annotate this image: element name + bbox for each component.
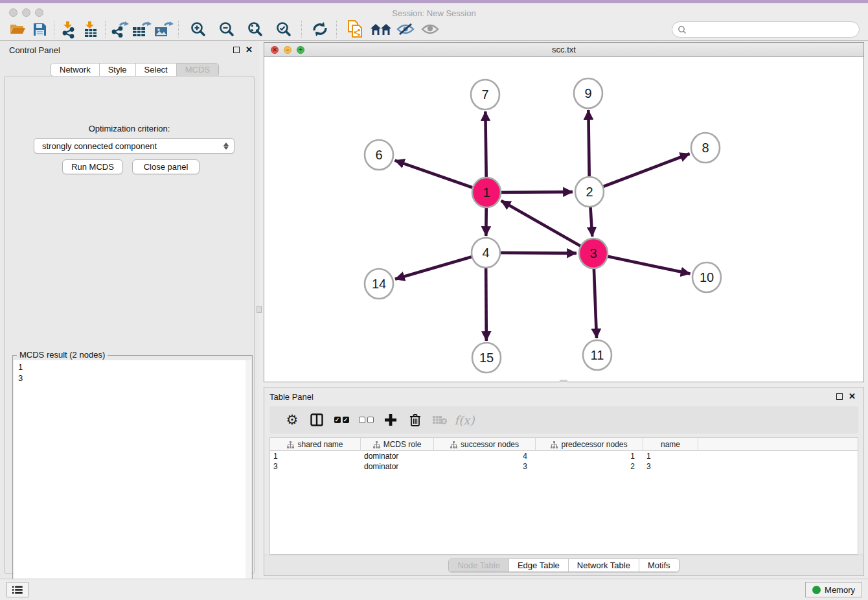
add-icon[interactable] <box>378 409 403 431</box>
tab-edge-table[interactable]: Edge Table <box>508 559 568 571</box>
table-cell[interactable]: dominator <box>361 451 434 461</box>
settings-gear-icon[interactable]: ⚙ <box>280 409 304 431</box>
criterion-dropdown[interactable]: strongly connected component <box>34 138 234 154</box>
columns-icon[interactable] <box>304 409 329 431</box>
table-cell[interactable]: 1 <box>643 451 698 461</box>
column-header-successor-nodes[interactable]: successor nodes <box>434 438 536 451</box>
node-label: 1 <box>483 185 490 200</box>
mcds-result-group: MCDS result (2 nodes) 13 <box>12 355 253 600</box>
column-header-shared-name[interactable]: shared name <box>270 438 361 451</box>
result-scrollbar[interactable] <box>246 360 251 600</box>
list-icon <box>12 586 23 594</box>
tab-motifs[interactable]: Motifs <box>639 559 679 571</box>
table-header-row: shared nameMCDS rolesuccessor nodesprede… <box>270 438 858 451</box>
mcds-tab-content: Optimization criterion: strongly connect… <box>4 76 255 574</box>
tab-select[interactable]: Select <box>135 63 176 76</box>
close-panel-icon[interactable]: ✕ <box>246 47 253 53</box>
network-window-titlebar[interactable]: ✕ − + scc.txt <box>264 43 863 57</box>
table-cell[interactable]: 3 <box>434 461 536 472</box>
graph-node-15[interactable]: 15 <box>472 343 501 373</box>
graph-node-4[interactable]: 4 <box>472 238 500 268</box>
mcds-result-line: 3 <box>18 373 251 384</box>
edge-2-8[interactable] <box>589 154 690 192</box>
deselect-all-icon[interactable] <box>354 409 378 431</box>
column-header-name[interactable]: name <box>643 438 698 451</box>
column-header-predecessor-nodes[interactable]: predecessor nodes <box>536 438 643 451</box>
delete-icon[interactable] <box>403 409 428 431</box>
table-cell[interactable]: 2 <box>536 461 643 472</box>
hide-eye-icon[interactable] <box>394 19 417 39</box>
table-tabbar: Node TableEdge TableNetwork TableMotifs <box>448 559 679 572</box>
dropdown-stepper-icon <box>221 140 231 152</box>
tab-network-table[interactable]: Network Table <box>568 559 639 571</box>
graph-node-8[interactable]: 8 <box>691 133 720 163</box>
export-image-icon[interactable] <box>153 19 175 39</box>
float-table-panel-icon[interactable] <box>836 393 843 400</box>
export-table-icon[interactable] <box>131 19 153 39</box>
toolbar-separator <box>178 21 179 38</box>
float-panel-icon[interactable] <box>233 47 240 53</box>
close-panel-button[interactable]: Close panel <box>132 159 200 174</box>
tab-style[interactable]: Style <box>99 63 135 76</box>
edge-3-1[interactable] <box>501 201 593 253</box>
table-row[interactable]: 1dominator411 <box>270 451 858 461</box>
table-cell[interactable]: 1 <box>536 451 643 461</box>
application-window: Session: New Session <box>0 0 868 600</box>
table-toolbar: ⚙ ✓✓ <box>269 406 858 433</box>
node-label: 4 <box>482 246 489 260</box>
hierarchy-icon <box>551 441 558 448</box>
import-network-icon[interactable] <box>58 19 80 39</box>
zoom-in-icon[interactable] <box>187 19 209 39</box>
table-cell[interactable]: 1 <box>270 451 361 461</box>
import-table-icon[interactable] <box>80 19 102 39</box>
network-graph[interactable]: 7968124314101511 <box>264 57 863 382</box>
graph-node-7[interactable]: 7 <box>471 80 499 110</box>
zoom-selected-icon[interactable] <box>273 19 295 39</box>
graph-node-9[interactable]: 9 <box>574 78 602 108</box>
tab-node-table[interactable]: Node Table <box>449 559 508 571</box>
table-row[interactable]: 3dominator323 <box>270 461 858 472</box>
graph-node-10[interactable]: 10 <box>692 262 721 292</box>
table-cell[interactable]: 3 <box>270 461 361 472</box>
zoom-out-icon[interactable] <box>216 19 238 39</box>
graph-node-11[interactable]: 11 <box>583 340 611 370</box>
graph-node-3[interactable]: 3 <box>579 238 608 268</box>
graph-node-6[interactable]: 6 <box>365 140 393 170</box>
node-table[interactable]: shared nameMCDS rolesuccessor nodesprede… <box>269 437 858 555</box>
select-all-icon[interactable]: ✓✓ <box>329 409 354 431</box>
export-network-icon[interactable] <box>109 19 131 39</box>
criterion-dropdown-value: strongly connected component <box>42 141 157 151</box>
memory-button-label: Memory <box>825 585 855 595</box>
show-eye-icon[interactable] <box>419 19 441 39</box>
table-cell[interactable]: 4 <box>434 451 536 461</box>
zoom-fit-icon[interactable] <box>244 19 266 39</box>
panel-splitter-handle[interactable] <box>257 306 262 313</box>
task-history-button[interactable] <box>6 582 29 597</box>
graph-node-1[interactable]: 1 <box>472 178 501 207</box>
table-cell[interactable]: dominator <box>361 461 434 472</box>
graph-node-2[interactable]: 2 <box>575 177 604 207</box>
network-canvas[interactable]: 7968124314101511 <box>264 57 863 382</box>
open-file-icon[interactable] <box>6 19 29 39</box>
graph-node-14[interactable]: 14 <box>365 269 393 299</box>
refresh-icon[interactable] <box>309 19 331 39</box>
mcds-result-list[interactable]: 13 <box>14 360 251 600</box>
run-mcds-button[interactable]: Run MCDS <box>62 159 123 174</box>
search-icon <box>678 25 687 34</box>
tab-mcds[interactable]: MCDS <box>176 63 218 76</box>
search-input[interactable] <box>672 21 860 38</box>
toolbar-separator <box>336 21 337 38</box>
save-session-icon[interactable] <box>29 19 51 39</box>
node-label: 7 <box>481 87 488 102</box>
houses-icon[interactable] <box>370 19 392 39</box>
mcds-result-line: 1 <box>18 362 251 373</box>
memory-button[interactable]: Memory <box>805 582 862 597</box>
close-table-panel-icon[interactable]: ✕ <box>849 393 856 400</box>
tab-network[interactable]: Network <box>51 63 99 76</box>
table-cell[interactable]: 3 <box>643 461 698 472</box>
window-titlebar[interactable]: Session: New Session <box>0 3 868 18</box>
column-header-MCDS-role[interactable]: MCDS role <box>361 438 434 451</box>
clone-network-icon[interactable] <box>344 19 366 39</box>
status-bar: Memory <box>0 579 868 600</box>
network-resize-grip[interactable] <box>560 380 567 382</box>
